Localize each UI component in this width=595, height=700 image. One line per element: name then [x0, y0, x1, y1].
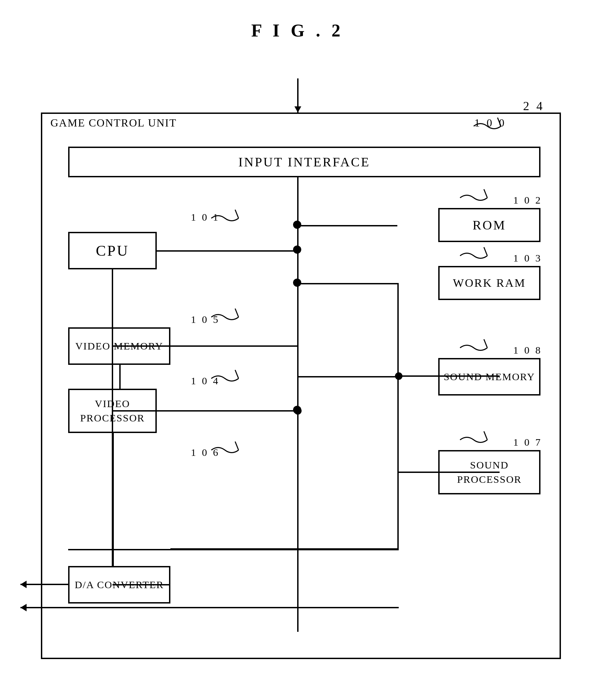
label-102: 1 0 2 [513, 194, 542, 206]
da-output-arrow [20, 584, 68, 585]
label-108: 1 0 8 [513, 344, 542, 356]
label-105: 1 0 5 [191, 314, 220, 325]
bottom-horizontal-line [68, 549, 399, 550]
top-input-arrow [297, 78, 299, 113]
work-ram-label: WORK RAM [453, 277, 526, 289]
vproc-bus-line [157, 410, 297, 412]
da-converter-box: D/A CONVERTER [68, 566, 170, 604]
label-101: 1 0 1 [191, 211, 220, 223]
video-memory-box: VIDEO MEMORY [68, 327, 170, 365]
label-106: 1 0 6 [191, 447, 220, 458]
dot-cpu-junction [293, 245, 301, 254]
label-103: 1 0 3 [513, 252, 542, 264]
da-converter-label: D/A CONVERTER [75, 579, 164, 591]
bus-to-workram-line [299, 283, 397, 284]
input-interface-box: INPUT INTERFACE [68, 147, 540, 177]
sound-processor-label: SOUND PROCESSOR [440, 458, 539, 487]
video-processor-box: VIDEO PROCESSOR [68, 389, 157, 433]
page-title: F I G . 2 [251, 20, 344, 41]
cpu-label: CPU [96, 242, 129, 259]
rom-box: ROM [438, 208, 540, 242]
video-memory-label: VIDEO MEMORY [75, 340, 163, 352]
sound-memory-box: SOUND MEMORY [438, 358, 540, 396]
second-output-arrow [20, 607, 68, 608]
cpu-box: CPU [68, 232, 157, 269]
label-107: 1 0 7 [513, 436, 542, 448]
dot-vproc-junction [293, 406, 301, 414]
right-bus-vertical [397, 283, 399, 549]
video-processor-label: VIDEO PROCESSOR [70, 397, 155, 425]
label-100: 1 0 0 [474, 117, 506, 129]
videomem-to-vproc-line [119, 365, 121, 389]
second-output-line [68, 607, 399, 608]
label-24: 2 4 [523, 99, 545, 113]
rom-label: ROM [473, 218, 506, 233]
cpu-bus-line [157, 250, 297, 252]
dot-rom-junction [293, 221, 301, 229]
game-control-unit-label: GAME CONTROL UNIT [50, 117, 177, 129]
sound-memory-label: SOUND MEMORY [444, 371, 535, 383]
bus-to-soundmem-line [299, 376, 399, 377]
sound-processor-box: SOUND PROCESSOR [438, 450, 540, 494]
input-interface-label: INPUT INTERFACE [239, 154, 370, 169]
dot-workram-junction [293, 279, 301, 287]
work-ram-box: WORK RAM [438, 266, 540, 300]
bus-to-rom-line [299, 225, 397, 226]
label-104: 1 0 4 [191, 375, 220, 387]
vproc-to-da-line [112, 433, 114, 566]
